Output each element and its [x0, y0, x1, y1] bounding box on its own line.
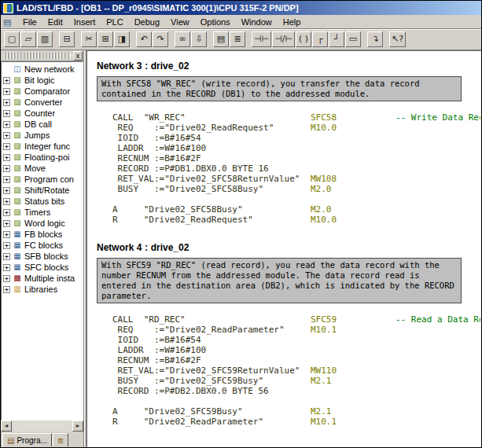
sidebar-item-word-logic[interactable]: + ▨ Word logic — [3, 218, 83, 229]
expander-icon[interactable]: + — [3, 176, 10, 183]
menu-help[interactable]: Help — [278, 16, 307, 28]
sidebar-item-timers[interactable]: + ▨ Timers — [3, 207, 83, 218]
code-line[interactable]: REQ :="Drive02_ReadParameter" M10.1 — [112, 325, 476, 335]
child-window-icon[interactable]: ▤ — [3, 17, 14, 27]
code-line[interactable]: REQ :="Drive02_ReadRequest" M10.0 — [112, 123, 476, 133]
empty-box-icon[interactable]: ▭ — [345, 31, 361, 47]
paste-icon[interactable]: ◨ — [114, 31, 130, 47]
new-icon[interactable]: ▢ — [4, 31, 20, 47]
code-line[interactable]: IOID :=B#16#54 — [112, 133, 476, 143]
menu-edit[interactable]: Edit — [42, 16, 68, 28]
stl-editor[interactable]: Network 3: drive_02 With SFC58 "WR_REC" … — [86, 50, 481, 447]
sidebar-item-sfc-blocks[interactable]: + ▦ SFC blocks — [3, 262, 83, 273]
help-pointer-icon[interactable]: ↖? — [389, 31, 406, 47]
code-line[interactable]: RECORD :=P#DB2.DBX0.0 BYTE 56 — [112, 386, 476, 396]
sidebar-item-shift-rotate[interactable]: + ▨ Shift/Rotate — [3, 185, 83, 196]
expander-icon[interactable]: + — [3, 198, 10, 205]
expander-icon[interactable]: + — [3, 264, 10, 271]
code-line[interactable]: LADDR :=W#16#100 — [112, 143, 476, 153]
sidebar-item-multiple-instances[interactable]: + ▩ Multiple insta — [3, 273, 83, 284]
expander-icon[interactable]: + — [3, 209, 10, 216]
expander-icon[interactable]: + — [3, 143, 10, 150]
network-comment[interactable]: With SFC58 "WR_REC" (write record), you … — [97, 76, 462, 101]
code-line[interactable]: R "Drive02_ReadParameter" M10.1 — [112, 417, 476, 427]
horizontal-scrollbar[interactable]: ◄ ► — [1, 420, 83, 431]
sidebar-item-move[interactable]: + ▨ Move — [3, 163, 83, 174]
expander-icon[interactable]: + — [3, 286, 10, 293]
expander-icon[interactable]: + — [3, 132, 10, 139]
sidebar-item-fc-blocks[interactable]: + ▦ FC blocks — [3, 240, 83, 251]
sidebar-item-integer-functions[interactable]: + ▨ Integer func — [3, 141, 83, 152]
sidebar-item-bit-logic[interactable]: + ▨ Bit logic — [3, 75, 83, 86]
close-icon[interactable]: x — [73, 51, 83, 61]
sidebar-item-sfb-blocks[interactable]: + ▦ SFB blocks — [3, 251, 83, 262]
title-bar[interactable]: LAD/STL/FBD - [OB1 -- DP_r0945\SIMATIC 3… — [1, 1, 481, 15]
close-branch-icon[interactable]: ┘ — [329, 31, 344, 47]
cut-icon[interactable]: ✂ — [81, 31, 97, 47]
expander-icon[interactable]: + — [3, 121, 10, 128]
scroll-right-icon[interactable]: ► — [72, 420, 83, 431]
sidebar-item-new-network[interactable]: ◫ New network — [3, 64, 83, 75]
menu-options[interactable]: Options — [195, 16, 236, 28]
sidebar-item-db-call[interactable]: + ▨ DB call — [3, 119, 83, 130]
sidebar-item-converter[interactable]: + ▨ Converter — [3, 97, 83, 108]
expander-icon[interactable]: + — [3, 253, 10, 260]
tab-call-structure[interactable]: ≣ — [53, 433, 68, 446]
sidebar-item-comparator[interactable]: + ▨ Comparator — [3, 86, 83, 97]
sidebar-item-program-control[interactable]: + ▨ Program con — [3, 174, 83, 185]
code-line[interactable]: IOID :=B#16#54 — [112, 335, 476, 345]
code-line[interactable]: BUSY :="Drive02_SFC59Busy" M2.1 — [112, 376, 476, 386]
menu-plc[interactable]: PLC — [101, 16, 128, 28]
code-line[interactable]: RET_VAL:="Drive02_SFC59ReturnValue" MW11… — [112, 365, 476, 376]
code-line[interactable]: BUSY :="Drive02_SFC58Busy" M2.0 — [112, 184, 476, 194]
code-line[interactable]: RECNUM :=B#16#2F — [112, 355, 476, 365]
tab-program-elements[interactable]: ▤ Progra... — [2, 433, 52, 446]
expander-icon[interactable]: + — [3, 187, 10, 194]
sidebar-item-floating-point[interactable]: + ▨ Floating-poi — [3, 152, 83, 163]
code-line[interactable]: CALL "WR_REC" SFC58 -- Write Data Record — [112, 112, 476, 123]
sidebar-item-jumps[interactable]: + ▨ Jumps — [3, 130, 83, 141]
network-comment[interactable]: With SFC59 "RD_REC" (read record), you r… — [97, 258, 462, 303]
symbol-table-icon[interactable]: ▤ — [213, 31, 229, 47]
sidebar-item-status-bits[interactable]: + ▨ Status bits — [3, 196, 83, 207]
pane-header[interactable]: x — [1, 50, 83, 61]
contact-no-icon[interactable]: ⊣⊢ — [252, 31, 271, 47]
coil-icon[interactable]: ( ) — [296, 31, 311, 47]
copy-icon[interactable]: ⊞ — [98, 31, 113, 47]
scroll-left-icon[interactable]: ◄ — [1, 420, 12, 431]
open-icon[interactable]: ▱ — [20, 31, 36, 47]
sidebar-item-counter[interactable]: + ▨ Counter — [3, 108, 83, 119]
program-structure-icon[interactable]: ≣ — [230, 31, 245, 47]
expander-icon[interactable]: + — [3, 88, 10, 95]
code-line[interactable]: LADDR :=W#16#100 — [112, 345, 476, 355]
code-line[interactable]: RECORD :=P#DB1.DBX0.0 BYTE 16 — [112, 163, 476, 174]
code-line[interactable]: RECNUM :=B#16#2F — [112, 153, 476, 163]
scrollbar-track[interactable] — [12, 420, 72, 431]
expander-icon[interactable]: + — [3, 99, 10, 106]
menu-view[interactable]: View — [165, 16, 195, 28]
code-line[interactable]: R "Drive02_ReadRequest" M10.0 — [112, 215, 476, 225]
expander-icon[interactable]: + — [3, 110, 10, 117]
contact-nc-icon[interactable]: ⊣/⊢ — [272, 31, 295, 47]
code-line[interactable]: A "Drive02_SFC59Busy" M2.1 — [112, 406, 476, 417]
monitor-glasses-icon[interactable]: ∞ — [175, 31, 190, 47]
expander-icon[interactable]: + — [3, 165, 10, 172]
sidebar-item-fb-blocks[interactable]: + ▦ FB blocks — [3, 229, 83, 240]
expander-icon[interactable]: + — [3, 231, 10, 238]
code-line[interactable] — [112, 396, 476, 406]
drag-grip-icon[interactable] — [4, 53, 71, 59]
expander-icon[interactable]: + — [3, 77, 10, 84]
code-line[interactable]: RET_VAL:="Drive02_SFC58ReturnValue" MW10… — [112, 174, 476, 184]
redo-icon[interactable]: ↷ — [153, 31, 168, 47]
menu-window[interactable]: Window — [236, 16, 278, 28]
expander-icon[interactable]: + — [3, 275, 10, 282]
open-branch-icon[interactable]: ┌ — [312, 31, 328, 47]
code-line[interactable]: A "Drive02_SFC58Busy" M2.0 — [112, 204, 476, 215]
expander-icon[interactable]: + — [3, 242, 10, 249]
jump-icon[interactable]: ↴ — [367, 31, 383, 47]
expander-icon[interactable]: + — [3, 154, 10, 161]
save-icon[interactable]: ▥ — [37, 31, 53, 47]
download-icon[interactable]: ⇩ — [191, 31, 207, 47]
undo-icon[interactable]: ↶ — [136, 31, 152, 47]
menu-debug[interactable]: Debug — [129, 16, 165, 28]
